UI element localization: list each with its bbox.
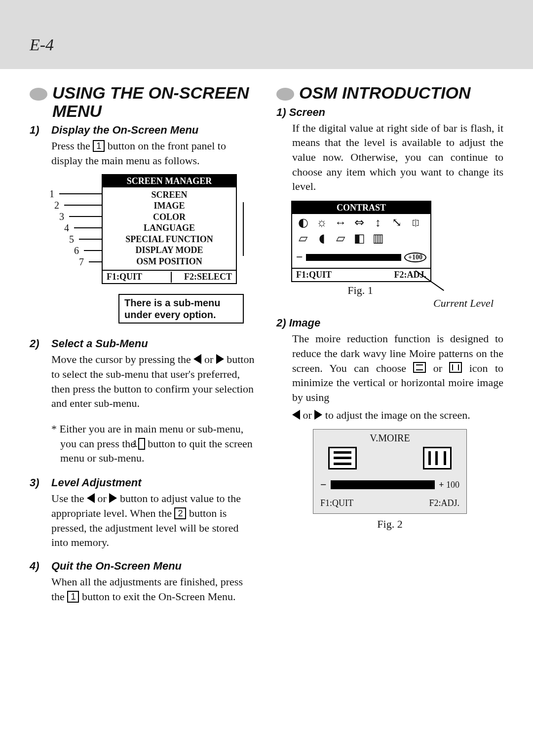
columns: USING THE ON-SCREEN MENU 1) Display the … bbox=[30, 84, 503, 610]
step2-head: 2) Select a Sub-Menu bbox=[30, 337, 257, 350]
trapezoid-icon: ▱ bbox=[295, 232, 311, 245]
fig1-caption: Fig. 1 bbox=[291, 284, 429, 297]
step4-head: 4) Quit the On-Screen Menu bbox=[30, 560, 257, 573]
manual-page: E-4 USING THE ON-SCREEN MENU 1) Display … bbox=[0, 0, 533, 756]
t: Use the bbox=[51, 492, 87, 504]
vmoire-inline-icon bbox=[413, 362, 426, 373]
n: 1 bbox=[49, 188, 84, 199]
vsize-icon: ↕ bbox=[370, 216, 386, 229]
step2-title: Select a Sub-Menu bbox=[51, 337, 148, 350]
contrast-footer: F1:QUIT F2:ADJ. bbox=[292, 268, 430, 281]
step2-num: 2) bbox=[30, 337, 42, 350]
sm-item: IMAGE bbox=[103, 200, 236, 212]
misc-icon: ◧ bbox=[351, 232, 367, 245]
minus-icon: − bbox=[296, 251, 303, 264]
r1-head: 1) Screen bbox=[276, 106, 503, 119]
moire-icon: ▥ bbox=[370, 232, 386, 245]
page-number: E-4 bbox=[30, 36, 54, 54]
n: 2 bbox=[49, 199, 84, 211]
fig2-caption: Fig. 2 bbox=[276, 518, 503, 531]
sm-item: LANGUAGE bbox=[103, 222, 236, 234]
level-value: + 100 bbox=[439, 480, 459, 490]
r1-title: 1) Screen bbox=[276, 106, 325, 119]
key-1-icon: 1 bbox=[67, 591, 79, 603]
contrast-bar: − +100 bbox=[292, 247, 430, 268]
sm-side-line bbox=[243, 202, 244, 256]
right-title: OSM INTRODUCTION bbox=[299, 84, 471, 102]
r2-text2: or to adjust the image on the screen. bbox=[292, 408, 503, 423]
vpos-icon: ⤡ bbox=[389, 216, 405, 229]
t: or bbox=[204, 353, 216, 365]
m-adj: F2:ADJ. bbox=[390, 498, 459, 508]
contrast-icons: ◐ ☼ ↔ ⇔ ↕ ⤡ ⎅ ▱ ◖ ▱ ◧ ▥ bbox=[292, 214, 430, 247]
contrast-icon: ◐ bbox=[295, 216, 311, 229]
step2-text: Move the cursor by pressing the or butto… bbox=[51, 352, 257, 411]
step1-head: 1) Display the On-Screen Menu bbox=[30, 124, 257, 137]
step3-head: 3) Level Adjustment bbox=[30, 476, 257, 489]
step1-title: Display the On-Screen Menu bbox=[51, 124, 198, 137]
left-section-title: USING THE ON-SCREEN MENU bbox=[30, 84, 257, 120]
sm-item: DISPLAY MODE bbox=[103, 245, 236, 256]
r1-text: If the digital value at right side of ba… bbox=[292, 121, 503, 194]
submenu-note: There is a sub-menu under every option. bbox=[118, 294, 244, 324]
vmoire-footer: F1:QUIT F2:ADJ. bbox=[313, 495, 466, 513]
level-value: +100 bbox=[404, 252, 426, 262]
key-1-icon: 1 bbox=[138, 438, 145, 450]
vmoire-bar: − + 100 bbox=[313, 474, 466, 495]
t: or bbox=[303, 409, 315, 421]
hpos-icon: ⇔ bbox=[351, 216, 367, 229]
left-arrow-icon bbox=[193, 354, 201, 364]
n: 7 bbox=[49, 256, 84, 267]
sm-title: SCREEN MANAGER bbox=[103, 175, 236, 187]
sm-items: SCREEN IMAGE COLOR LANGUAGE SPECIAL FUNC… bbox=[103, 187, 236, 270]
bullet-icon bbox=[276, 88, 294, 101]
t: Move the cursor by pressing the bbox=[51, 353, 193, 365]
vmoire-title: V.MOIRE bbox=[313, 430, 466, 446]
hmoire-inline-icon bbox=[449, 362, 462, 373]
level-bar bbox=[331, 480, 435, 489]
vmoire-icon bbox=[328, 447, 357, 469]
sm-quit: F1:QUIT bbox=[103, 271, 169, 283]
m-quit: F1:QUIT bbox=[320, 498, 390, 508]
n: 3 bbox=[49, 211, 84, 222]
left-arrow-icon bbox=[87, 493, 95, 503]
left-column: USING THE ON-SCREEN MENU 1) Display the … bbox=[30, 84, 257, 610]
rotation-icon: ◖ bbox=[314, 232, 330, 245]
hmoire-icon bbox=[423, 447, 452, 469]
r2-title: 2) Image bbox=[276, 317, 320, 329]
c-adj: F2:ADJ. bbox=[361, 269, 430, 281]
left-arrow-icon bbox=[292, 410, 300, 420]
step4-text: When all the adjustments are finished, p… bbox=[51, 575, 257, 604]
sm-item: OSM POSITION bbox=[103, 256, 236, 267]
pointer-line bbox=[420, 271, 460, 301]
t: Press the bbox=[51, 140, 93, 152]
t: or bbox=[433, 362, 442, 374]
key-1-icon: 1 bbox=[93, 140, 105, 152]
pincushion-icon: ⎅ bbox=[408, 216, 423, 229]
vmoire-panel: V.MOIRE − + 100 F1:QUIT F2:ADJ. bbox=[313, 429, 467, 514]
step1-text: Press the 1 button on the front panel to… bbox=[51, 139, 257, 168]
right-arrow-icon bbox=[109, 493, 117, 503]
sm-footer: F1:QUIT F2:SELECT bbox=[103, 270, 236, 283]
step4-title: Quit the On-Screen Menu bbox=[51, 560, 182, 573]
bullet-icon bbox=[30, 88, 47, 101]
c-quit: F1:QUIT bbox=[292, 269, 361, 281]
right-section-title: OSM INTRODUCTION bbox=[276, 84, 503, 102]
step1-num: 1) bbox=[30, 124, 42, 137]
note-connector bbox=[171, 272, 172, 283]
header-band bbox=[0, 0, 533, 69]
sm-item: COLOR bbox=[103, 212, 236, 223]
n: 5 bbox=[49, 233, 84, 245]
contrast-panel: CONTRAST ◐ ☼ ↔ ⇔ ↕ ⤡ ⎅ ▱ ◖ ▱ ◧ ▥ bbox=[291, 201, 431, 282]
step3-text: Use the or button to adjust value to the… bbox=[51, 491, 257, 550]
t: to adjust the image on the screen. bbox=[325, 409, 470, 421]
contrast-title: CONTRAST bbox=[292, 202, 430, 214]
right-arrow-icon bbox=[314, 410, 322, 420]
level-bar bbox=[306, 254, 401, 261]
step2-note: * Either you are in main menu or sub-men… bbox=[51, 422, 257, 466]
t: button to exit the On-Screen Menu. bbox=[82, 590, 236, 603]
screen-manager-panel: SCREEN MANAGER SCREEN IMAGE COLOR LANGUA… bbox=[102, 174, 237, 285]
key-2-icon: 2 bbox=[174, 507, 186, 519]
left-title: USING THE ON-SCREEN MENU bbox=[52, 84, 257, 120]
current-level-label: Current Level bbox=[276, 297, 494, 310]
